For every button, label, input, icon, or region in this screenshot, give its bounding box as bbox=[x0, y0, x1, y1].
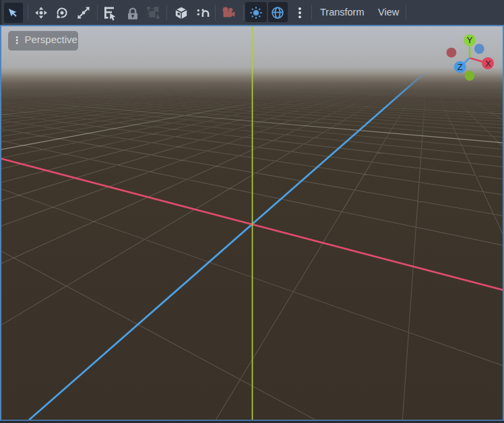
svg-text:Z: Z bbox=[458, 62, 463, 72]
svg-text:X: X bbox=[485, 59, 491, 69]
svg-text:Y: Y bbox=[467, 35, 473, 45]
